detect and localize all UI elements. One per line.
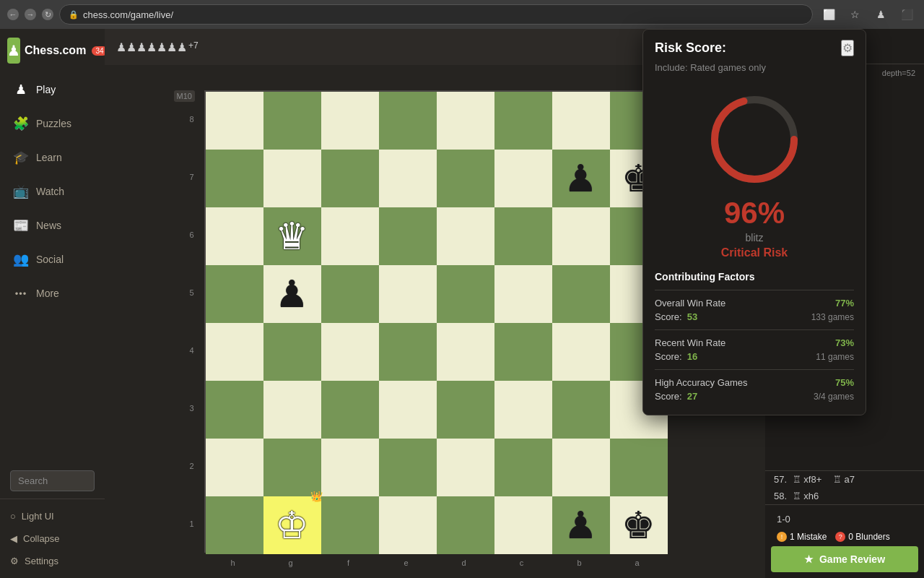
square-g3[interactable]: [263, 381, 321, 439]
chess-board[interactable]: ♟♚♛♟♔👑♟♚: [204, 90, 666, 553]
square-d6[interactable]: [437, 207, 494, 265]
square-c8[interactable]: [494, 92, 552, 150]
piece-b7: ♟: [564, 160, 598, 197]
square-e7[interactable]: [379, 150, 437, 207]
piece-g5: ♟: [275, 275, 309, 313]
risk-label: Critical Risk: [721, 246, 788, 259]
square-b4[interactable]: [552, 323, 610, 381]
sidebar-item-puzzles[interactable]: 🧩 Puzzles: [3, 107, 102, 140]
sidebar-item-social[interactable]: 👥 Social: [3, 243, 102, 276]
square-a1[interactable]: ♚: [610, 496, 668, 554]
col-label-d: d: [435, 558, 493, 567]
profile-button[interactable]: ♟: [871, 4, 891, 25]
url-bar[interactable]: 🔒 chess.com/game/live/: [59, 4, 813, 25]
piece-a1: ♚: [622, 506, 655, 544]
square-h1[interactable]: [206, 496, 263, 554]
square-f8[interactable]: [321, 92, 379, 150]
square-d8[interactable]: [437, 92, 494, 150]
square-g4[interactable]: [263, 323, 321, 381]
square-b7[interactable]: ♟: [552, 150, 610, 207]
factor-header-2: Recent Win Rate 73%: [655, 337, 854, 348]
search-input[interactable]: [10, 470, 95, 491]
forward-button[interactable]: →: [25, 9, 36, 20]
square-f2[interactable]: [321, 439, 379, 496]
square-c1[interactable]: [494, 496, 552, 554]
square-d1[interactable]: [437, 496, 494, 554]
sidebar-item-news[interactable]: 📰 News: [3, 209, 102, 242]
factor-score-1: Score: 53: [655, 311, 697, 322]
square-a2[interactable]: [610, 439, 668, 496]
square-h7[interactable]: [206, 150, 263, 207]
refresh-button[interactable]: ↻: [42, 9, 53, 20]
bottom-panel: 1-0 ! 1 Mistake ? 0 Blunders ★ Game Revi…: [765, 504, 924, 578]
square-b1[interactable]: ♟: [552, 496, 610, 554]
square-d3[interactable]: [437, 381, 494, 439]
square-c3[interactable]: [494, 381, 552, 439]
risk-settings-button[interactable]: ⚙: [841, 40, 854, 56]
square-d2[interactable]: [437, 439, 494, 496]
square-e4[interactable]: [379, 323, 437, 381]
square-f3[interactable]: [321, 381, 379, 439]
bookmark-button[interactable]: ☆: [845, 4, 865, 25]
square-e8[interactable]: [379, 92, 437, 150]
square-g8[interactable]: [263, 92, 321, 150]
top-player-info: ♟♟♟♟♟♟♟ +7: [116, 40, 199, 54]
extensions-button[interactable]: ⬛: [897, 4, 917, 25]
light-ui-item[interactable]: ○ Light UI: [3, 505, 102, 527]
collapse-item[interactable]: ◀ Collapse: [3, 527, 102, 550]
square-e6[interactable]: [379, 207, 437, 265]
square-b6[interactable]: [552, 207, 610, 265]
captured-pieces: ♟♟♟♟♟♟♟ +7: [116, 40, 199, 54]
square-c2[interactable]: [494, 439, 552, 496]
sidebar-item-watch[interactable]: 📺 Watch: [3, 175, 102, 208]
screen-cast-button[interactable]: ⬜: [819, 4, 839, 25]
square-c7[interactable]: [494, 150, 552, 207]
square-b2[interactable]: [552, 439, 610, 496]
square-f5[interactable]: [321, 265, 379, 323]
square-d4[interactable]: [437, 323, 494, 381]
sidebar-item-play[interactable]: ♟ Play: [3, 73, 102, 106]
square-e2[interactable]: [379, 439, 437, 496]
square-f7[interactable]: [321, 150, 379, 207]
square-g6[interactable]: ♛: [263, 207, 321, 265]
square-h2[interactable]: [206, 439, 263, 496]
square-h5[interactable]: [206, 265, 263, 323]
settings-item[interactable]: ⚙ Settings: [3, 550, 102, 572]
square-g5[interactable]: ♟: [263, 265, 321, 323]
square-d7[interactable]: [437, 150, 494, 207]
sidebar-item-more[interactable]: ••• More: [3, 277, 102, 310]
square-f1[interactable]: [321, 496, 379, 554]
game-review-button[interactable]: ★ Game Review: [771, 546, 918, 572]
blunders-badge: ? 0 Blunders: [835, 532, 889, 542]
square-c5[interactable]: [494, 265, 552, 323]
square-f4[interactable]: [321, 323, 379, 381]
square-g1[interactable]: ♔👑: [263, 496, 321, 554]
collapse-icon: ◀: [10, 533, 17, 544]
square-h3[interactable]: [206, 381, 263, 439]
square-d5[interactable]: [437, 265, 494, 323]
square-e1[interactable]: [379, 496, 437, 554]
square-e5[interactable]: [379, 265, 437, 323]
back-button[interactable]: ←: [7, 9, 19, 20]
factor-name-3: High Accuracy Games: [655, 377, 748, 388]
square-h8[interactable]: [206, 92, 263, 150]
square-b3[interactable]: [552, 381, 610, 439]
white-piece-57: ♖: [793, 474, 801, 485]
sidebar-logo[interactable]: ♟ Chess.com 34: [0, 29, 105, 72]
square-f6[interactable]: [321, 207, 379, 265]
square-c4[interactable]: [494, 323, 552, 381]
sidebar-item-learn[interactable]: 🎓 Learn: [3, 141, 102, 174]
square-g2[interactable]: [263, 439, 321, 496]
square-b5[interactable]: [552, 265, 610, 323]
square-h6[interactable]: [206, 207, 263, 265]
square-b8[interactable]: [552, 92, 610, 150]
square-c6[interactable]: [494, 207, 552, 265]
more-label: More: [36, 288, 59, 299]
square-h4[interactable]: [206, 323, 263, 381]
col-label-a: a: [609, 558, 666, 567]
mistake-icon: !: [777, 532, 787, 542]
learn-label: Learn: [36, 152, 62, 163]
square-e3[interactable]: [379, 381, 437, 439]
move-58: 58. ♖ xh6: [765, 488, 924, 504]
square-g7[interactable]: [263, 150, 321, 207]
